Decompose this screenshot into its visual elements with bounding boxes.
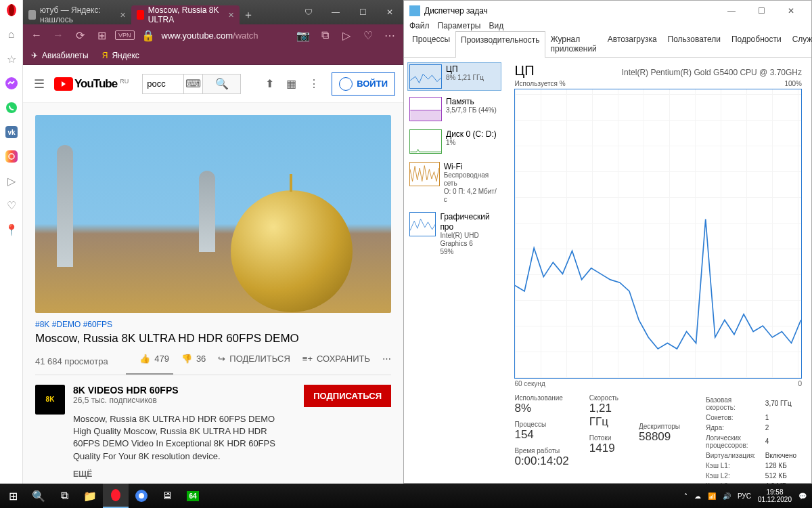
heart-outline-icon[interactable]: ♡ (360, 27, 376, 43)
back-button[interactable]: ← (28, 27, 45, 43)
taskmgr-icon (409, 5, 420, 16)
notifications-icon[interactable]: 💬 (798, 492, 807, 500)
taskbar-app[interactable]: 64 (180, 484, 206, 508)
save-button[interactable]: ≡+СОХРАНИТЬ (302, 354, 370, 364)
task-view-button[interactable]: ⧉ (51, 484, 77, 508)
menu-item[interactable]: Параметры (438, 21, 481, 30)
menu-icon[interactable]: ☰ (31, 77, 47, 91)
tab-app-history[interactable]: Журнал приложений (545, 30, 602, 57)
perf-item-wifi[interactable]: Wi-FiБеспроводная сетьО: 0 П: 4,2 Мбит/с (408, 161, 501, 205)
show-more-button[interactable]: ЕЩЁ (73, 469, 296, 479)
tab-services[interactable]: Службы (787, 30, 812, 57)
svg-point-10 (111, 489, 120, 501)
perf-item-gpu[interactable]: Графический проIntel(R) UHD Graphics 659… (408, 211, 501, 257)
taskbar-app-opera[interactable] (103, 484, 129, 508)
close-icon[interactable]: ✕ (228, 11, 234, 20)
favicon-icon (28, 10, 36, 20)
tab-details[interactable]: Подробности (726, 30, 787, 57)
onedrive-icon[interactable]: ☁ (694, 492, 701, 500)
opera-logo-icon[interactable] (4, 3, 19, 18)
youtube-header: ☰ YouTube RU ⌨ 🔍 ⬆ ▦ ⋮ ВОЙТИ (23, 65, 403, 103)
minimize-button[interactable]: — (717, 1, 746, 21)
forward-button[interactable]: → (50, 27, 66, 43)
decorative (231, 190, 353, 312)
bookmark-item[interactable]: ЯЯндекс (102, 51, 139, 60)
star-icon[interactable]: ☆ (4, 51, 19, 66)
apps-icon[interactable]: ▦ (286, 77, 296, 90)
maximize-button[interactable]: ☐ (349, 0, 376, 24)
menu-item[interactable]: Вид (489, 21, 503, 30)
video-hashtags[interactable]: #8K #DEMO #60FPS (35, 320, 391, 329)
like-button[interactable]: 👍479 (139, 354, 169, 364)
reload-button[interactable]: ⟳ (72, 27, 88, 43)
clock[interactable]: 19:5801.12.2020 (758, 488, 792, 503)
taskbar-app-chrome[interactable] (129, 484, 154, 508)
cpu-usage-chart (514, 89, 802, 379)
wifi-icon[interactable]: 📶 (708, 492, 716, 500)
svg-rect-8 (410, 110, 441, 121)
system-tray: ˄ ☁ 📶 🔊 РУС 19:5801.12.2020 💬 (684, 488, 812, 503)
language-indicator[interactable]: РУС (738, 492, 751, 500)
plane-icon: ✈ (31, 51, 38, 60)
speed-dial-icon[interactable]: ⊞ (93, 27, 110, 43)
tab-performance[interactable]: Производительность (455, 31, 545, 58)
close-button[interactable]: ✕ (376, 0, 403, 24)
start-button[interactable]: ⊞ (0, 484, 26, 508)
volume-icon[interactable]: 🔊 (723, 492, 731, 500)
pin-icon[interactable]: 📍 (4, 222, 19, 237)
url-text[interactable]: www.youtube.com/watch (162, 30, 290, 41)
taskbar-app[interactable]: 📁 (77, 484, 103, 508)
tab-title: Moscow, Russia 8K ULTRA (148, 5, 224, 24)
vpn-badge[interactable]: VPN (115, 30, 135, 40)
heart-icon[interactable]: ♡ (4, 198, 19, 213)
perf-item-cpu[interactable]: ЦП8% 1,21 ГГц (408, 63, 501, 90)
home-icon[interactable]: ⌂ (4, 27, 19, 42)
tab-startup[interactable]: Автозагрузка (602, 30, 662, 57)
taskbar-app[interactable]: 🖥 (154, 484, 180, 508)
minimize-button[interactable]: — (322, 0, 349, 24)
maximize-button[interactable]: ☐ (746, 1, 776, 21)
close-button[interactable]: ✕ (776, 1, 806, 21)
more-button[interactable]: ⋯ (382, 354, 391, 364)
tray-chevron-icon[interactable]: ˄ (684, 492, 687, 500)
channel-avatar[interactable]: 8K (35, 385, 65, 415)
search-input[interactable] (143, 75, 183, 93)
perf-item-memory[interactable]: Память3,5/7,9 ГБ (44%) (408, 96, 501, 123)
more-icon[interactable]: ⋮ (309, 77, 319, 90)
view-count: 41 684 просмотра (35, 356, 108, 366)
messenger-icon[interactable] (4, 76, 19, 91)
search-button[interactable]: 🔍 (26, 484, 51, 508)
tab-processes[interactable]: Процессы (407, 30, 455, 57)
lock-icon[interactable]: 🔒 (140, 27, 156, 43)
share-button[interactable]: ↪ПОДЕЛИТЬСЯ (218, 354, 290, 364)
instagram-icon[interactable] (4, 149, 19, 164)
perf-item-disk[interactable]: Диск 0 (C: D:)1% (408, 128, 501, 155)
login-button[interactable]: ВОЙТИ (332, 72, 395, 96)
browser-tab-active[interactable]: Moscow, Russia 8K ULTRA✕ (131, 5, 240, 24)
camera-icon[interactable]: 📷 (295, 27, 311, 43)
keyboard-icon[interactable]: ⌨ (183, 75, 202, 93)
youtube-play-icon (54, 77, 73, 91)
play-icon[interactable]: ▷ (4, 173, 19, 188)
dislike-button[interactable]: 👎36 (181, 354, 206, 364)
close-icon[interactable]: ✕ (120, 11, 126, 20)
browser-tab[interactable]: ютуб — Яндекс: нашлось✕ (23, 5, 131, 24)
video-description: Moscow, Russia 8K ULTRA HD HDR 60FPS DEM… (73, 413, 296, 463)
whatsapp-icon[interactable] (4, 100, 19, 115)
bookmark-item[interactable]: ✈Авиабилеты (31, 51, 89, 60)
pip-icon[interactable]: ⧉ (317, 27, 333, 43)
bookmark-icon[interactable]: ▷ (338, 27, 355, 43)
menu-icon[interactable]: ⋯ (382, 27, 398, 43)
tab-users[interactable]: Пользователи (662, 30, 726, 57)
youtube-logo[interactable]: YouTube RU (54, 77, 129, 91)
upload-icon[interactable]: ⬆ (265, 77, 274, 90)
search-button[interactable]: 🔍 (202, 75, 240, 93)
decorative (199, 171, 215, 252)
video-player[interactable] (35, 115, 391, 313)
shield-icon[interactable]: 🛡 (295, 0, 322, 24)
subscribe-button[interactable]: ПОДПИСАТЬСЯ (304, 385, 391, 407)
menu-item[interactable]: Файл (409, 21, 430, 30)
channel-name[interactable]: 8K VIDEOS HDR 60FPS (73, 385, 296, 396)
new-tab-button[interactable]: ＋ (240, 6, 257, 24)
vk-icon[interactable]: vk (4, 125, 19, 140)
